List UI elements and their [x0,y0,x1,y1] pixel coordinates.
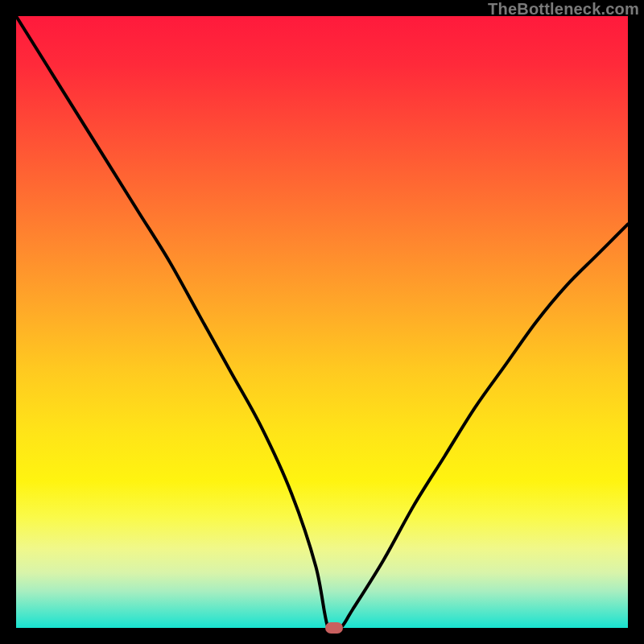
optimal-marker [325,622,343,634]
chart-frame: TheBottleneck.com [0,0,644,644]
curve-svg [16,16,628,628]
plot-area [16,16,628,628]
bottleneck-curve [16,16,628,634]
